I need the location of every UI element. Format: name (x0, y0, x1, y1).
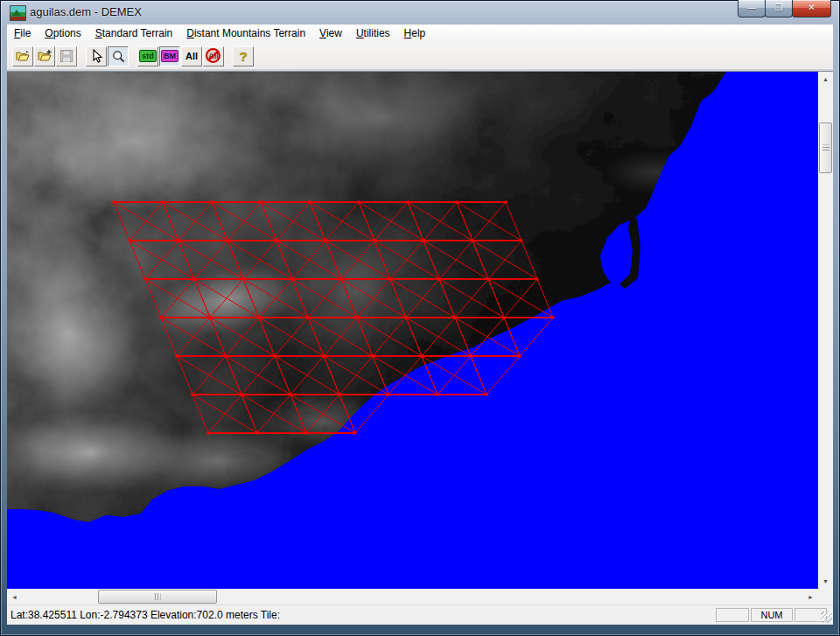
pointer-tool-button[interactable] (86, 46, 107, 66)
app-icon[interactable] (10, 5, 26, 21)
vertical-scrollbar[interactable]: ▲ ▼ (818, 72, 833, 589)
status-bar: Lat:38.425511 Lon:-2.794373 Elevation:70… (7, 605, 833, 625)
open-add-file-button[interactable] (34, 46, 55, 66)
close-button[interactable]: ✕ (792, 0, 831, 17)
save-floppy-icon (60, 50, 73, 62)
menu-help[interactable]: Help (397, 25, 433, 42)
open-folder-icon (16, 50, 31, 62)
menu-view[interactable]: View (312, 25, 349, 42)
all-badge-icon: All (184, 51, 200, 61)
scroll-left-button[interactable]: ◄ (7, 589, 22, 605)
help-question-icon: ? (239, 49, 247, 64)
status-coordinates: Lat:38.425511 Lon:-2.794373 Elevation:70… (10, 609, 280, 621)
vertical-scroll-thumb[interactable] (819, 122, 832, 173)
menu-distant-mountains-terrain[interactable]: Distant Mountains Terrain (179, 25, 312, 42)
scroll-right-button[interactable]: ► (803, 589, 818, 605)
no-all-icon: All (205, 47, 222, 65)
scrollbar-corner (818, 589, 833, 605)
open-folder-plus-icon (38, 50, 52, 62)
title-bar[interactable]: aguilas.dem - DEMEX — ❐ ✕ (0, 0, 840, 24)
open-file-button[interactable] (12, 46, 33, 66)
help-button[interactable]: ? (233, 46, 254, 66)
minimize-button[interactable]: — (738, 0, 766, 17)
all-tiles-button[interactable]: All (181, 46, 202, 66)
bm-terrain-button[interactable]: BM (159, 46, 180, 66)
scroll-up-button[interactable]: ▲ (818, 72, 833, 87)
window-title: aguilas.dem - DEMEX (30, 5, 142, 18)
menu-standard-terrain[interactable]: Standard Terrain (88, 25, 180, 42)
menu-bar: File Options Standard Terrain Distant Mo… (7, 24, 833, 44)
cursor-arrow-icon (90, 49, 103, 63)
zoom-tool-button[interactable] (108, 46, 129, 66)
menu-file[interactable]: File (7, 25, 38, 42)
map-viewport[interactable] (7, 72, 818, 589)
scroll-down-button[interactable]: ▼ (818, 574, 833, 589)
save-button[interactable] (56, 46, 77, 66)
status-cell-1 (716, 608, 749, 622)
horizontal-scrollbar[interactable]: ◄ ► (7, 589, 818, 605)
status-cell-num: NUM (751, 608, 793, 622)
menu-utilities[interactable]: Utilities (349, 25, 397, 42)
horizontal-scroll-thumb[interactable] (98, 590, 217, 604)
std-terrain-button[interactable]: std (137, 46, 158, 66)
bm-badge-icon: BM (161, 50, 178, 62)
app-window: aguilas.dem - DEMEX — ❐ ✕ File Options S… (0, 0, 840, 636)
magnifier-icon (112, 50, 125, 63)
menu-options[interactable]: Options (38, 25, 88, 42)
resize-grip[interactable] (821, 612, 832, 623)
toolbar: std BM All All ? (7, 43, 833, 69)
std-badge-icon: std (139, 50, 157, 62)
no-all-tiles-button[interactable]: All (203, 46, 224, 66)
maximize-button[interactable]: ❐ (765, 0, 793, 17)
dem-map (7, 72, 818, 589)
